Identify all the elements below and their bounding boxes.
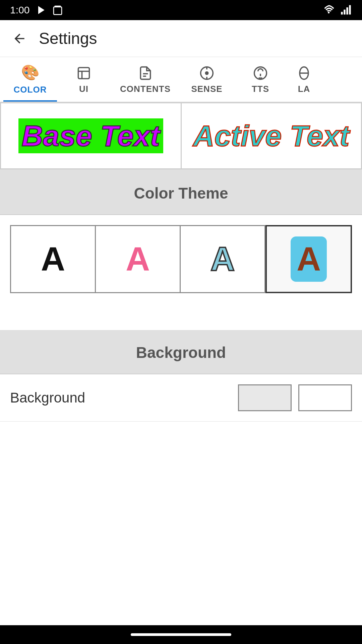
theme-a-pink-label: A [126, 240, 150, 278]
la-icon [297, 66, 311, 80]
page-title: Settings [39, 29, 97, 48]
preview-active[interactable]: Active Text [182, 102, 362, 169]
background-row: Background [0, 374, 362, 422]
tab-contents-label: CONTENTS [120, 84, 171, 94]
bg-color-box-gray[interactable] [238, 384, 292, 411]
bottom-nav [0, 625, 362, 644]
tab-contents[interactable]: CONTENTS [111, 57, 180, 102]
tab-sense[interactable]: SENSE [180, 57, 234, 102]
play-icon [36, 5, 46, 15]
wifi-icon [323, 5, 335, 15]
tts-icon [253, 66, 268, 80]
svg-point-13 [205, 71, 209, 75]
background-section-header: Background [0, 330, 362, 374]
theme-a-plain-label: A [41, 240, 65, 278]
palette-icon: 🎨 [21, 64, 40, 81]
background-section-title: Background [136, 344, 226, 361]
theme-grid: A A A A [0, 215, 362, 310]
theme-option-plain[interactable]: A [10, 225, 96, 293]
theme-spacer [0, 310, 362, 330]
active-text-preview: Active Text [193, 120, 349, 152]
clipboard-icon [52, 5, 63, 15]
svg-rect-6 [349, 5, 351, 14]
bottom-nav-bar [131, 633, 231, 636]
color-theme-section-header: Color Theme [0, 171, 362, 215]
signal-icon [340, 5, 352, 15]
tab-tts[interactable]: TTS [234, 57, 287, 102]
tab-ui-label: UI [79, 84, 88, 94]
theme-option-cyan-bg[interactable]: A [265, 225, 352, 293]
svg-rect-3 [341, 12, 343, 14]
background-row-label: Background [10, 390, 85, 406]
preview-section: Base Text Active Text [0, 102, 362, 171]
bg-color-box-white[interactable] [298, 384, 352, 411]
sense-icon [199, 66, 214, 80]
svg-marker-0 [38, 6, 45, 14]
svg-rect-4 [344, 10, 345, 15]
theme-option-pink[interactable]: A [96, 225, 181, 293]
status-bar: 1:00 [0, 0, 362, 20]
preview-base[interactable]: Base Text [0, 102, 182, 169]
tab-sense-label: SENSE [191, 84, 222, 94]
svg-rect-5 [346, 7, 348, 14]
time-display: 1:00 [10, 4, 29, 16]
contents-icon [138, 66, 153, 80]
theme-option-outline[interactable]: A [181, 225, 265, 293]
theme-a-cyan-bg-label: A [291, 236, 327, 282]
theme-a-outline-label: A [210, 240, 235, 278]
ui-icon [76, 66, 91, 80]
tab-la[interactable]: LA [287, 57, 321, 102]
color-theme-title: Color Theme [134, 184, 228, 202]
back-button[interactable] [10, 29, 29, 48]
top-bar: Settings [0, 20, 362, 57]
bg-row-controls [238, 384, 352, 411]
base-text-preview: Base Text [18, 118, 164, 154]
tab-color[interactable]: 🎨 COLOR [3, 57, 57, 102]
tab-bar: 🎨 COLOR UI CONTENTS SENSE TTS LA [0, 57, 362, 102]
tab-tts-label: TTS [252, 84, 269, 94]
status-bar-left: 1:00 [10, 4, 63, 16]
tab-color-label: COLOR [14, 85, 47, 95]
svg-rect-7 [78, 68, 89, 79]
svg-rect-2 [54, 7, 62, 15]
status-bar-right [323, 5, 352, 15]
tab-ui[interactable]: UI [57, 57, 111, 102]
tab-la-label: LA [298, 84, 310, 94]
